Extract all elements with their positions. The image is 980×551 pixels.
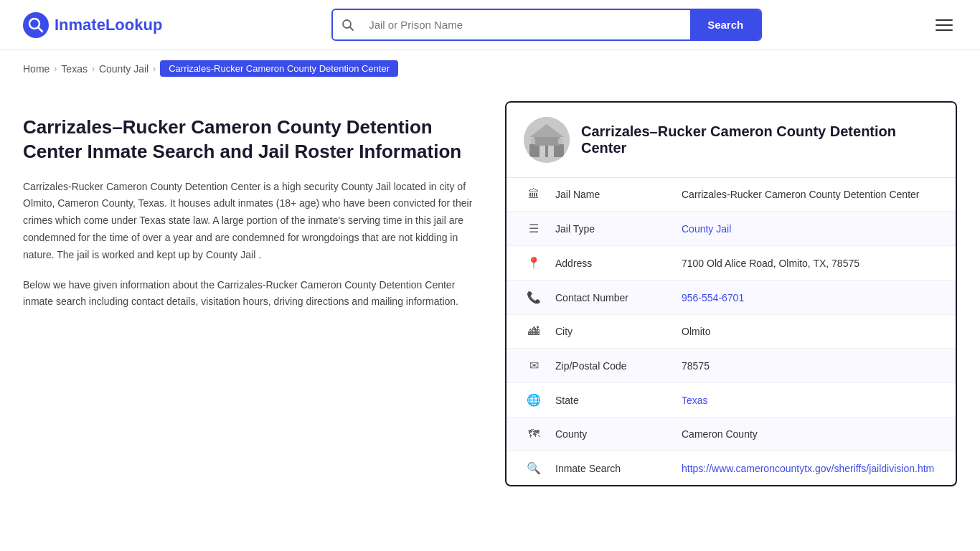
card-header: Carrizales–Rucker Cameron County Detenti… xyxy=(507,103,956,178)
row-value: 7100 Old Alice Road, Olmito, TX, 78575 xyxy=(682,258,938,269)
breadcrumb-active: Carrizales-Rucker Cameron County Detenti… xyxy=(160,60,398,77)
row-value: Carrizales-Rucker Cameron County Detenti… xyxy=(682,189,938,200)
row-label: County xyxy=(555,428,670,440)
row-icon: 🗺 xyxy=(524,428,544,441)
svg-rect-11 xyxy=(558,138,562,144)
table-row: 📍Address7100 Old Alice Road, Olmito, TX,… xyxy=(507,246,956,281)
page-desc-1: Carrizales-Rucker Cameron County Detenti… xyxy=(23,179,482,264)
row-value: 78575 xyxy=(682,360,938,372)
table-row: 🌐StateTexas xyxy=(507,383,956,418)
svg-rect-10 xyxy=(531,138,535,144)
table-row: 🏙CityOlmito xyxy=(507,315,956,349)
main-content: Carrizales–Rucker Cameron County Detenti… xyxy=(0,87,980,515)
table-row: 🗺CountyCameron County xyxy=(507,418,956,451)
table-row: 📞Contact Number956-554-6701 xyxy=(507,281,956,315)
table-row: ✉Zip/Postal Code78575 xyxy=(507,349,956,383)
row-icon: ☰ xyxy=(524,222,544,235)
row-value: Cameron County xyxy=(682,428,938,440)
menu-button[interactable] xyxy=(931,15,957,35)
row-icon: 🏛 xyxy=(524,188,544,201)
row-value[interactable]: County Jail xyxy=(682,223,938,235)
search-area: Search xyxy=(331,9,762,41)
row-label: Jail Name xyxy=(555,189,670,200)
row-value[interactable]: Texas xyxy=(682,395,938,406)
search-input[interactable] xyxy=(363,11,690,38)
row-value: Olmito xyxy=(682,326,938,337)
info-rows: 🏛Jail NameCarrizales-Rucker Cameron Coun… xyxy=(507,178,956,485)
table-row: 🔍Inmate Searchhttps://www.cameroncountyt… xyxy=(507,451,956,485)
row-icon: 📍 xyxy=(524,256,544,270)
right-column: Carrizales–Rucker Cameron County Detenti… xyxy=(505,87,957,486)
row-icon: 📞 xyxy=(524,291,544,304)
row-value[interactable]: 956-554-6701 xyxy=(682,292,938,303)
row-label: Inmate Search xyxy=(555,463,670,474)
row-icon: 🔍 xyxy=(524,461,544,475)
info-card: Carrizales–Rucker Cameron County Detenti… xyxy=(505,101,957,486)
search-button[interactable]: Search xyxy=(690,10,760,39)
logo-icon xyxy=(23,12,49,38)
row-icon: 🌐 xyxy=(524,393,544,407)
row-icon: 🏙 xyxy=(524,325,544,338)
table-row: 🏛Jail NameCarrizales-Rucker Cameron Coun… xyxy=(507,178,956,212)
row-label: Address xyxy=(555,258,670,269)
svg-rect-6 xyxy=(534,137,560,146)
chevron-icon: › xyxy=(92,64,95,74)
breadcrumb-home[interactable]: Home xyxy=(23,63,50,75)
row-value[interactable]: https://www.cameroncountytx.gov/sheriffs… xyxy=(682,463,938,474)
breadcrumb: Home › Texas › County Jail › Carrizales-… xyxy=(0,50,980,87)
row-label: Zip/Postal Code xyxy=(555,360,670,372)
card-title: Carrizales–Rucker Cameron County Detenti… xyxy=(581,123,938,156)
svg-rect-9 xyxy=(548,146,554,157)
svg-rect-8 xyxy=(540,146,545,157)
svg-line-1 xyxy=(39,27,43,32)
svg-line-3 xyxy=(350,27,354,30)
breadcrumb-county-jail[interactable]: County Jail xyxy=(99,63,149,75)
search-wrapper: Search xyxy=(331,9,762,41)
row-label: Contact Number xyxy=(555,292,670,303)
row-icon: ✉ xyxy=(524,359,544,372)
svg-rect-5 xyxy=(529,144,564,157)
row-label: City xyxy=(555,326,670,337)
breadcrumb-texas[interactable]: Texas xyxy=(61,63,88,75)
page-desc-2: Below we have given information about th… xyxy=(23,277,482,311)
chevron-icon: › xyxy=(153,64,156,74)
search-icon xyxy=(333,11,363,39)
row-label: Jail Type xyxy=(555,223,670,235)
facility-image xyxy=(524,117,570,163)
left-column: Carrizales–Rucker Cameron County Detenti… xyxy=(23,87,482,324)
logo[interactable]: InmateLookup xyxy=(23,12,162,38)
logo-text: InmateLookup xyxy=(55,16,162,34)
page-title: Carrizales–Rucker Cameron County Detenti… xyxy=(23,116,482,164)
row-label: State xyxy=(555,395,670,406)
chevron-icon: › xyxy=(54,64,57,74)
table-row: ☰Jail TypeCounty Jail xyxy=(507,212,956,246)
header: InmateLookup Search xyxy=(0,0,980,50)
